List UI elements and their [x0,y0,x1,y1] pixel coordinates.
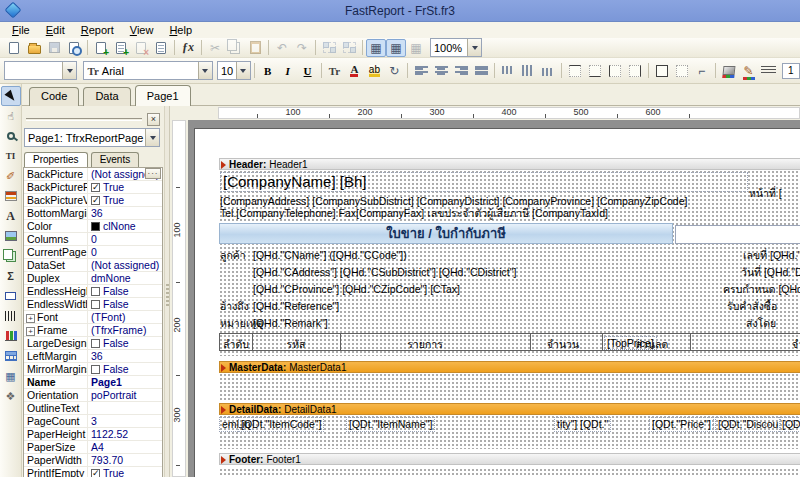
fill-color-button[interactable] [719,62,739,80]
property-row[interactable]: OrientationpoPortrait [24,389,162,402]
copy-button[interactable] [225,39,245,57]
quantity-field[interactable]: tity"] [QDt." [554,417,611,432]
ungroup-button[interactable] [339,39,359,57]
insert-chart-button[interactable] [1,326,21,346]
inspector-close-button[interactable]: × [147,113,160,126]
menu-file[interactable]: File [4,23,38,37]
tab-data[interactable]: Data [83,87,130,106]
property-row[interactable]: EndlessWidthFalse [24,298,162,311]
font-dropdown-button[interactable] [198,62,212,79]
col-description[interactable]: รายการ [407,336,443,353]
highlight-button[interactable]: ab [364,62,384,80]
align-middle-button[interactable] [518,62,538,80]
show-grid-button[interactable]: ▦ [366,39,386,57]
property-row[interactable]: LargeDesignHFalse [24,337,162,350]
menu-help[interactable]: Help [161,23,200,37]
object-selector-combo[interactable]: Page1: TfrxReportPage [24,128,160,147]
property-row[interactable]: PaperSizeA4 [24,441,162,454]
checkbox[interactable] [91,196,100,205]
frame-right-button[interactable] [625,62,645,80]
bold-button[interactable]: B [258,62,278,80]
doc-type-box[interactable] [675,225,800,244]
redo-button[interactable]: ↷ [292,39,312,57]
save-button[interactable] [44,39,64,57]
menu-view[interactable]: View [122,23,162,37]
checkbox[interactable] [91,469,100,477]
page-number-field[interactable]: หน้าที่ [ [749,187,782,200]
insert-ole-button[interactable]: ❖ [1,386,21,406]
checkbox[interactable] [91,300,100,309]
property-row[interactable]: CurrentPage0 [24,246,162,259]
undo-button[interactable]: ↶ [272,39,292,57]
property-row[interactable]: BottomMargir36 [24,207,162,220]
vertical-ruler-face[interactable] [172,120,186,477]
expand-icon[interactable]: + [26,314,35,323]
tab-events[interactable]: Events [91,152,140,167]
property-row[interactable]: EndlessHeighFalse [24,285,162,298]
style-dropdown-button[interactable] [62,62,76,79]
paste-button[interactable] [245,39,265,57]
property-row[interactable]: +Font(TFont) [24,311,162,324]
frame-all-button[interactable] [652,62,672,80]
property-row[interactable]: PaperWidth793.70 [24,454,162,467]
menu-report[interactable]: Report [73,23,122,37]
insert-crosstab-button[interactable] [1,346,21,366]
customer-label[interactable]: ลูกค้า [220,249,246,262]
checkbox[interactable] [91,287,100,296]
property-row[interactable]: LeftMargin36 [24,350,162,363]
insert-text-button[interactable]: A [1,206,21,226]
text-editor-tool-button[interactable]: TI [1,146,21,166]
text-rotation-button[interactable]: ↻ [384,62,404,80]
align-center-button[interactable] [431,62,451,80]
items-table-header[interactable]: ลำดับ รหัส รายการ จำนวน [TopPrice] ส่วนล… [219,333,800,351]
tab-code[interactable]: Code [29,87,79,106]
hand-tool-button[interactable]: ☝ [1,106,21,126]
new-report-button[interactable] [4,39,24,57]
font-settings-button[interactable]: Tr [324,62,344,80]
format-painter-button[interactable]: ✐ [1,166,21,186]
insert-picture-button[interactable] [1,226,21,246]
cut-button[interactable]: ✂ [205,39,225,57]
menu-edit[interactable]: Edit [38,23,73,37]
delete-page-button[interactable] [131,39,151,57]
underline-button[interactable]: U [298,62,318,80]
ellipsis-button[interactable]: ··· [145,168,161,179]
property-row[interactable]: PaperHeight1122.52 [24,428,162,441]
insert-subreport-button[interactable] [1,246,21,266]
align-top-button[interactable] [498,62,518,80]
align-left-button[interactable] [411,62,431,80]
frame-style-button[interactable] [759,62,779,80]
align-justify-button[interactable] [471,62,491,80]
col-amount[interactable]: จำ [792,336,800,353]
tab-page1[interactable]: Page1 [135,85,191,106]
send-by-label[interactable]: ส่งโดย [746,317,776,330]
property-row[interactable]: DataSet(Not assigned) [24,259,162,272]
band-masterdata[interactable]: MasterData:MasterData1 [219,361,800,373]
report-page[interactable]: Header:Header1 MasterData:MasterData1 De… [194,128,800,477]
property-row[interactable]: PrintIfEmptyTrue [24,467,162,477]
property-row[interactable]: PageCount3 [24,415,162,428]
italic-button[interactable]: I [278,62,298,80]
customer-name-field[interactable]: [QHd."CName"] ([QHd."CCode"]) [253,249,407,262]
customer-province-field[interactable]: [QHd."CProvince"] [QHd."CZipCode"] [CTax… [253,283,460,296]
zoom-dropdown-button[interactable] [467,39,481,56]
customer-address-field[interactable]: [QHd."CAddress"] [QHd."CSubDistrict"] [Q… [253,266,516,279]
frame-bottom-button[interactable] [585,62,605,80]
document-title-field[interactable]: ใบขาย / ใบกำกับภาษี [219,223,673,244]
font-color-button[interactable]: A [344,62,364,80]
reference-label[interactable]: อ้างถึง [220,300,249,313]
amount-field[interactable]: [QDt." [779,417,800,432]
reference-field[interactable]: [QHd."Reference"] [253,300,339,313]
property-row[interactable]: NamePage1 [24,376,162,389]
select-tool-button[interactable] [1,86,21,106]
size-dropdown-button[interactable] [236,62,250,79]
zoom-combo[interactable]: 100% [430,38,482,57]
doc-date-field[interactable]: วันที่ [QHd."DocDate [741,266,800,279]
col-no[interactable]: ลำดับ [223,336,249,353]
group-button[interactable] [319,39,339,57]
zoom-tool-button[interactable] [1,126,21,146]
frame-color-button[interactable]: ✎ [739,62,759,80]
frame-none-button[interactable] [672,62,692,80]
checkbox[interactable] [91,365,100,374]
new-report-page-button[interactable] [91,39,111,57]
